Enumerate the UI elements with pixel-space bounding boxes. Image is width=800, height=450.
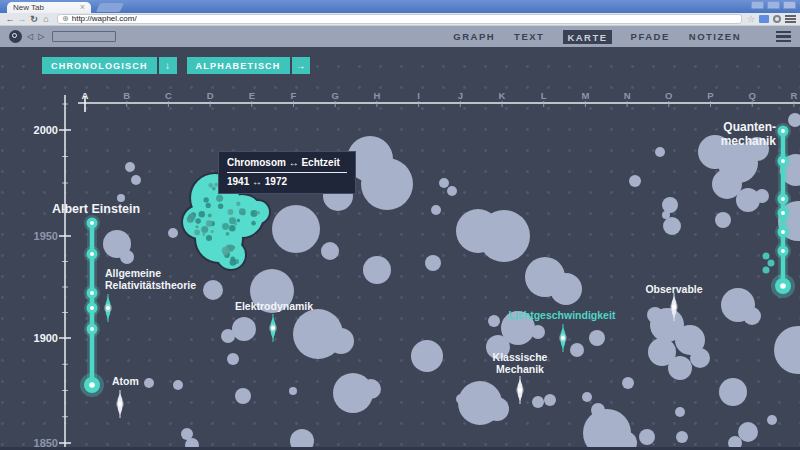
timeline-albert-einstein[interactable]: [80, 215, 104, 397]
browser-tab[interactable]: New Tab ×: [7, 2, 91, 13]
bubble[interactable]: [675, 407, 685, 417]
satellite-dot[interactable]: [768, 260, 775, 267]
extension-icon[interactable]: [759, 15, 769, 23]
bubble[interactable]: [774, 326, 800, 374]
window-maximize-button[interactable]: [767, 1, 780, 9]
bubble[interactable]: [203, 280, 223, 300]
bubble[interactable]: [488, 315, 500, 327]
alphabetisch-label[interactable]: ALPHABETISCH: [187, 57, 290, 74]
label-elektrodynamik[interactable]: Elektrodynamik: [235, 300, 313, 312]
bubble[interactable]: [439, 178, 449, 188]
bubble[interactable]: [125, 162, 135, 172]
bubble[interactable]: [622, 377, 634, 389]
bubble[interactable]: [676, 431, 688, 443]
window-minimize-button[interactable]: [751, 1, 764, 9]
bubble[interactable]: [361, 158, 413, 210]
marker-relativitaetstheorie[interactable]: [104, 294, 112, 322]
bubble[interactable]: [755, 189, 769, 203]
bubble[interactable]: [715, 212, 731, 228]
chronologisch-label[interactable]: CHRONOLOGISCH: [42, 57, 157, 74]
bubble[interactable]: [662, 197, 678, 213]
forward-icon[interactable]: →: [16, 13, 28, 25]
bubble[interactable]: [738, 422, 758, 442]
profile-icon[interactable]: [773, 15, 781, 23]
bubble[interactable]: [272, 205, 320, 253]
bubble[interactable]: [690, 348, 710, 368]
nav-karte[interactable]: KARTE: [563, 30, 611, 44]
bubble[interactable]: [131, 175, 141, 185]
bubble[interactable]: [431, 205, 441, 215]
bubble[interactable]: [719, 378, 747, 406]
satellite-dot[interactable]: [763, 253, 770, 260]
bubble[interactable]: [485, 397, 509, 421]
bubble[interactable]: [743, 307, 761, 325]
bubble[interactable]: [478, 210, 530, 262]
bubble[interactable]: [363, 256, 391, 284]
bubble[interactable]: [232, 317, 256, 341]
label-allgemeine-relativitaetstheorie[interactable]: AllgemeineRelativitätstheorie: [105, 267, 196, 291]
new-tab-button[interactable]: [96, 3, 124, 12]
bookmark-star-icon[interactable]: ☆: [747, 14, 755, 24]
menu-burger-icon[interactable]: [776, 31, 791, 43]
nav-graph[interactable]: GRAPH: [453, 31, 495, 42]
satellite-dot[interactable]: [763, 267, 770, 274]
bubble[interactable]: [411, 340, 443, 372]
bubble[interactable]: [144, 378, 154, 388]
bubble[interactable]: [361, 379, 381, 399]
window-close-button[interactable]: [783, 1, 796, 9]
bubble[interactable]: [117, 194, 125, 202]
marker-lichtgeschwindigkeit[interactable]: [559, 324, 567, 352]
bubble[interactable]: [589, 330, 605, 346]
label-atom[interactable]: Atom: [112, 375, 139, 387]
bubble[interactable]: [655, 147, 665, 157]
bubble[interactable]: [531, 325, 545, 339]
nav-pfade[interactable]: PFADE: [631, 31, 670, 42]
bubble[interactable]: [321, 242, 339, 260]
label-klassische-mechanik[interactable]: KlassischeMechanik: [493, 351, 548, 375]
alphabetisch-arrow-icon[interactable]: →: [292, 57, 310, 74]
bubble[interactable]: [328, 328, 354, 354]
marker-atom[interactable]: [116, 390, 124, 418]
bubble[interactable]: [532, 396, 544, 408]
site-logo[interactable]: [9, 30, 22, 43]
chronologisch-arrow-icon[interactable]: ↓: [159, 57, 177, 74]
label-observable[interactable]: Observable: [645, 283, 702, 295]
label-lichtgeschwindigkeit[interactable]: Lichtgeschwindigkeit: [509, 309, 616, 321]
bubble[interactable]: [447, 186, 457, 196]
nav-notizen[interactable]: NOTIZEN: [689, 31, 741, 42]
bubble[interactable]: [120, 250, 134, 264]
bubble[interactable]: [639, 429, 655, 445]
bubble[interactable]: [570, 343, 584, 357]
chronologisch-button[interactable]: CHRONOLOGISCH ↓: [42, 57, 177, 74]
address-bar[interactable]: ⊕ http://waphel.com/: [57, 14, 742, 24]
back-icon[interactable]: ←: [4, 13, 16, 25]
bubble[interactable]: [289, 387, 297, 395]
marker-elektrodynamik[interactable]: [269, 314, 277, 342]
bubble[interactable]: [629, 175, 641, 187]
bubble[interactable]: [668, 356, 692, 380]
bubble[interactable]: [788, 113, 800, 127]
label-quantenmechanik[interactable]: Quanten-mechanik: [721, 120, 777, 148]
alphabetisch-button[interactable]: ALPHABETISCH →: [187, 57, 310, 74]
bubble[interactable]: [221, 329, 235, 343]
header-search-input[interactable]: [52, 31, 116, 42]
bubble[interactable]: [544, 394, 556, 406]
bubble[interactable]: [663, 217, 681, 235]
bubble[interactable]: [767, 415, 777, 425]
history-next-icon[interactable]: ▷: [38, 30, 44, 43]
bubble[interactable]: [550, 273, 582, 305]
home-icon[interactable]: ⌂: [40, 13, 52, 25]
bubble[interactable]: [235, 388, 251, 404]
nav-text[interactable]: TEXT: [514, 31, 544, 42]
bubble[interactable]: [227, 353, 239, 365]
tab-close-icon[interactable]: ×: [80, 3, 85, 12]
marker-klassische-mechanik[interactable]: [516, 376, 524, 404]
refresh-icon[interactable]: ↻: [28, 13, 40, 25]
history-prev-icon[interactable]: ◁: [27, 30, 33, 43]
bubble[interactable]: [168, 228, 178, 238]
bubble[interactable]: [582, 392, 592, 402]
label-albert-einstein[interactable]: Albert Einstein: [52, 202, 140, 216]
bubble[interactable]: [425, 255, 441, 271]
browser-menu-icon[interactable]: [785, 15, 796, 23]
bubble[interactable]: [173, 380, 183, 390]
